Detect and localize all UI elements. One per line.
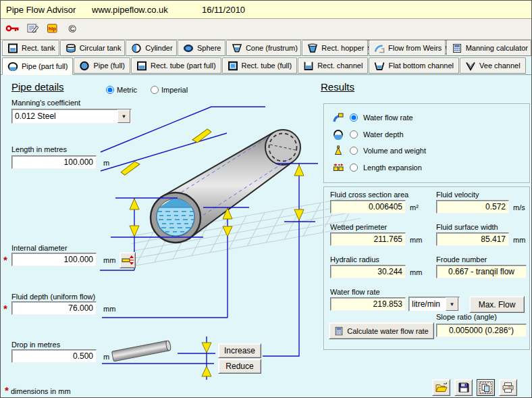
- copyright-button[interactable]: ©: [64, 22, 80, 35]
- notes-icon: [27, 23, 39, 34]
- tab-label: Rect. tube (full): [242, 61, 292, 70]
- tab-manning-calculator[interactable]: Manning calculator: [446, 40, 531, 56]
- option-length-expansion[interactable]: Length expansion: [333, 162, 422, 173]
- rect-tank-icon: [7, 43, 18, 53]
- length-unit: m: [103, 159, 109, 167]
- fluid-surface-width-label: Fluid surface width: [436, 223, 498, 231]
- flow-unit-select[interactable]: litre/min ▼: [408, 297, 460, 312]
- surface-width-unit: mm: [513, 236, 525, 244]
- volume-weight-icon: [333, 145, 344, 156]
- tab-cone-frustrum[interactable]: Cone (frustrum): [226, 40, 301, 56]
- tab-rect-channel[interactable]: Rect. channel: [298, 57, 368, 74]
- tab-rect-tube-part-full[interactable]: Rect. tube (part full): [131, 57, 221, 74]
- save-button[interactable]: [454, 379, 473, 396]
- tab-circular-tank[interactable]: Circular tank: [60, 40, 126, 56]
- required-marker: *: [3, 254, 7, 266]
- max-flow-button[interactable]: Max. Flow: [469, 296, 525, 313]
- app-title: Pipe Flow Advisor: [6, 5, 76, 15]
- tab-vee-channel[interactable]: Vee channel: [460, 57, 526, 74]
- imperial-radio[interactable]: Imperial: [151, 86, 188, 94]
- notes-button[interactable]: [25, 22, 41, 35]
- fluid-depth-input[interactable]: [11, 301, 97, 315]
- tab-flat-bottom-channel[interactable]: Flat bottom channel: [369, 57, 459, 74]
- metric-radio-input[interactable]: [106, 86, 114, 94]
- option-water-depth[interactable]: Water depth: [333, 129, 404, 140]
- drop-pipe: [111, 341, 171, 362]
- fluid-velocity-field: [436, 200, 509, 214]
- option-volume-weight[interactable]: Volume and weight: [333, 145, 426, 156]
- pipe-body: [161, 130, 300, 239]
- option-label: Water flow rate: [363, 114, 413, 122]
- volume-weight-radio[interactable]: [350, 147, 358, 155]
- water-depth-icon: [333, 129, 344, 140]
- copy-image-button[interactable]: [477, 379, 495, 396]
- required-marker: *: [3, 303, 7, 314]
- calculate-flow-button[interactable]: Calculate water flow rate: [329, 322, 434, 339]
- water-depth-radio[interactable]: [350, 130, 358, 139]
- slope-ratio-field: [436, 324, 527, 337]
- length-expansion-icon: [333, 162, 344, 173]
- tab-rect-tube-full[interactable]: Rect. tube (full): [222, 57, 298, 74]
- manning-select[interactable]: 0.012 Steel ▼: [11, 109, 132, 124]
- water-flow-rate-radio[interactable]: [350, 114, 358, 122]
- dimension-lines: [100, 107, 318, 380]
- copyright-icon: ©: [68, 23, 76, 34]
- length-expansion-radio[interactable]: [350, 164, 358, 172]
- tab-rect-hopper[interactable]: Rect. hopper: [302, 40, 368, 56]
- tab-cylinder[interactable]: Cylinder: [126, 40, 177, 56]
- tab-label: Cylinder: [145, 44, 172, 52]
- option-water-flow-rate[interactable]: Water flow rate: [333, 112, 413, 123]
- tab-label: Flat bottom channel: [388, 61, 454, 70]
- tab-label: Rect. tank: [22, 44, 55, 52]
- option-label: Water depth: [363, 130, 404, 139]
- tab-rect-tank[interactable]: Rect. tank: [2, 40, 59, 56]
- slope-ratio-label: Slope ratio (angle): [436, 313, 497, 321]
- reduce-button[interactable]: Reduce: [218, 359, 261, 374]
- water: [157, 207, 194, 236]
- dimension-arrows: [119, 128, 304, 376]
- length-input[interactable]: [11, 155, 97, 169]
- help-button[interactable]: hlp: [44, 22, 60, 35]
- manning-value: 0.012 Steel: [12, 111, 117, 121]
- tab-pipe-part-full[interactable]: Pipe (part full): [2, 57, 73, 75]
- printer-icon: [502, 382, 514, 393]
- website-link[interactable]: www.pipeflow.co.uk: [92, 5, 168, 15]
- length-label: Length in metres: [11, 145, 67, 153]
- drop-unit: m: [103, 353, 109, 361]
- fluid-surface-width-field: [436, 232, 509, 246]
- main-toolbar: hlp © Registered copy: Licensed by www.p…: [1, 19, 531, 40]
- diameter-stepper-button[interactable]: [119, 252, 136, 268]
- open-file-button[interactable]: [432, 379, 450, 396]
- metric-radio[interactable]: Metric: [106, 86, 137, 94]
- water-flow-rate-label: Water flow rate: [330, 288, 380, 296]
- chevron-down-icon[interactable]: ▼: [117, 109, 130, 123]
- tab-flow-from-weirs[interactable]: Flow from Weirs: [369, 40, 446, 56]
- drop-label: Drop in metres: [11, 341, 60, 349]
- diameter-input[interactable]: [11, 253, 97, 266]
- fluid-depth-unit: mm: [103, 305, 115, 313]
- results-heading: Results: [321, 81, 354, 93]
- increase-button[interactable]: Increase: [218, 343, 261, 358]
- imperial-radio-input[interactable]: [151, 86, 159, 94]
- rear-dashed-circle: [269, 134, 297, 161]
- tab-label: Sphere: [197, 44, 221, 52]
- vee-channel-icon: [465, 61, 476, 71]
- imperial-label: Imperial: [161, 86, 188, 94]
- chevron-down-icon[interactable]: ▼: [446, 297, 458, 311]
- license-key-button[interactable]: [5, 22, 21, 35]
- tab-label: Rect. hopper: [321, 44, 364, 52]
- copy-pages-icon: [479, 382, 492, 394]
- key-icon: [5, 23, 20, 34]
- water-surface-plane: [159, 197, 209, 208]
- print-button[interactable]: [499, 379, 517, 396]
- drop-input[interactable]: [11, 349, 97, 363]
- water-flow-rate-field: [330, 297, 406, 311]
- metric-label: Metric: [117, 86, 137, 94]
- weir-icon: [374, 43, 385, 53]
- tab-pipe-full[interactable]: Pipe (full): [74, 57, 130, 74]
- pipe-flow-advisor-window: Pipe Flow Advisor www.pipeflow.co.uk 16/…: [0, 0, 532, 398]
- tab-label: Manning calculator: [466, 44, 528, 52]
- calculator-icon: [334, 326, 344, 336]
- title-bar: Pipe Flow Advisor www.pipeflow.co.uk 16/…: [1, 1, 531, 19]
- tab-sphere[interactable]: Sphere: [178, 40, 225, 56]
